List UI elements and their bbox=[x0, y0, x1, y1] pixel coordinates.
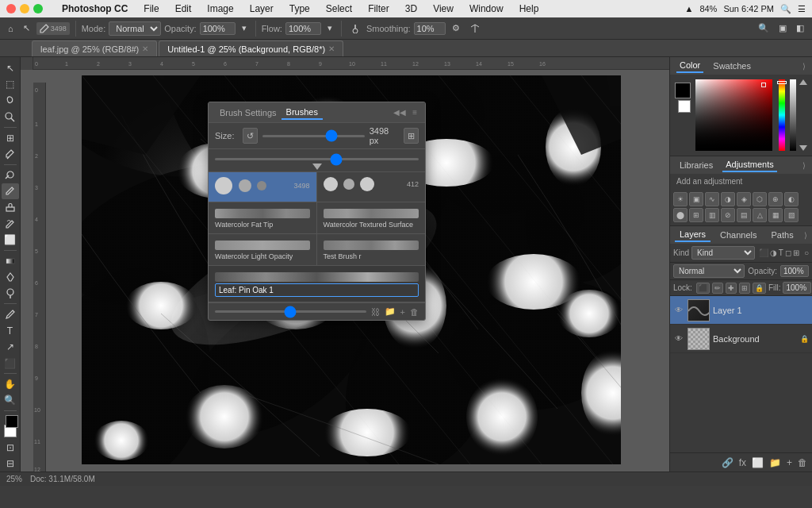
tab-untitled-1[interactable]: Untitled-1 @ 25% (Background, RGB/8*) ✕ bbox=[159, 40, 343, 56]
app-name-menu[interactable]: Photoshop CC bbox=[59, 2, 131, 15]
add-link-button[interactable]: 🔗 bbox=[720, 456, 735, 470]
brush-preset-watercolor-textured[interactable]: Watercolor Textured Surface bbox=[317, 202, 426, 234]
move-tool[interactable]: ↖ bbox=[2, 60, 19, 75]
search-icon[interactable]: 🔍 bbox=[780, 4, 791, 14]
eyedropper-tool[interactable] bbox=[2, 146, 19, 161]
hue-slider[interactable] bbox=[779, 79, 785, 151]
color-panel-collapse[interactable]: ⟩ bbox=[802, 62, 806, 71]
exposure-adj-icon[interactable]: ◑ bbox=[721, 192, 735, 206]
new-group-button[interactable]: 📁 bbox=[768, 456, 783, 470]
filter-smart-icon[interactable]: ⊞ bbox=[793, 248, 799, 257]
brush-preset-1[interactable]: 3498 bbox=[209, 172, 317, 202]
menu-3d[interactable]: 3D bbox=[402, 2, 420, 15]
bw-adj-icon[interactable]: ◐ bbox=[784, 192, 799, 206]
history-brush-tool[interactable] bbox=[2, 216, 19, 231]
blur-tool[interactable] bbox=[2, 269, 19, 284]
search-workspace-button[interactable]: 🔍 bbox=[755, 21, 772, 35]
screen-mode-button[interactable]: ⊟ bbox=[2, 456, 19, 471]
airbrush-button[interactable] bbox=[347, 22, 363, 35]
pen-tool[interactable] bbox=[2, 306, 19, 321]
brush-tool-button[interactable]: 3498 bbox=[36, 22, 70, 35]
opacity-input[interactable] bbox=[200, 22, 236, 35]
brush-size-reset-button[interactable]: ↺ bbox=[243, 128, 258, 144]
adj-panel-collapse[interactable]: ⟩ bbox=[802, 161, 806, 170]
color-tab[interactable]: Color bbox=[676, 59, 703, 73]
gradient-adj-icon[interactable]: ▦ bbox=[768, 208, 783, 222]
menu-view[interactable]: View bbox=[430, 2, 457, 15]
layer-effects-button[interactable]: fx bbox=[737, 456, 748, 470]
spot-heal-tool[interactable] bbox=[2, 167, 19, 183]
chain-icon[interactable]: ⛓ bbox=[371, 307, 380, 317]
lock-artboard-button[interactable]: ⊞ bbox=[739, 283, 750, 294]
posterize-adj-icon[interactable]: ▤ bbox=[737, 208, 751, 222]
background-color-picker[interactable] bbox=[678, 100, 691, 113]
canvas-inner[interactable]: 0 1 2 3 4 5 6 7 8 9 10 11 12 bbox=[33, 70, 669, 471]
brightness-adj-icon[interactable]: ☀ bbox=[673, 192, 688, 206]
color-gradient-picker[interactable] bbox=[695, 79, 772, 151]
menu-window[interactable]: Window bbox=[466, 2, 507, 15]
gradient-tool[interactable] bbox=[2, 253, 19, 268]
minimize-button[interactable] bbox=[20, 4, 29, 13]
tab-untitled-close[interactable]: ✕ bbox=[328, 44, 335, 53]
add-brush-icon[interactable]: + bbox=[400, 307, 405, 317]
canvas-area[interactable]: 0 1 2 3 4 5 6 7 8 9 10 11 12 13 14 15 16 bbox=[21, 57, 669, 471]
filter-shape-icon[interactable]: ◻ bbox=[785, 248, 791, 257]
brush-settings-tab[interactable]: Brush Settings bbox=[215, 106, 282, 119]
opacity-options-button[interactable]: ▾ bbox=[239, 21, 250, 35]
colormatch-adj-icon[interactable]: ▥ bbox=[705, 208, 719, 222]
invert-adj-icon[interactable]: ⊘ bbox=[721, 208, 735, 222]
eraser-tool[interactable]: ⬜ bbox=[2, 233, 19, 248]
add-mask-button[interactable]: ⬜ bbox=[750, 456, 765, 470]
brush-preset-leaf[interactable] bbox=[209, 266, 425, 302]
alpha-slider[interactable] bbox=[790, 79, 796, 151]
layer-kind-dropdown[interactable]: Kind bbox=[691, 246, 755, 260]
lasso-tool[interactable] bbox=[2, 93, 19, 108]
brush-size-slider[interactable] bbox=[262, 135, 365, 137]
folder-icon[interactable]: 📁 bbox=[385, 306, 396, 317]
layer-item-layer1[interactable]: 👁 Layer 1 bbox=[670, 296, 812, 325]
move-tool-button[interactable]: ↖ bbox=[20, 21, 33, 35]
menu-type[interactable]: Type bbox=[286, 2, 313, 15]
threshold-adj-icon[interactable]: △ bbox=[753, 208, 767, 222]
tab-leaf-close[interactable]: ✕ bbox=[142, 44, 148, 53]
brush-panel-menu-icon[interactable]: ≡ bbox=[411, 107, 419, 117]
layer-visibility-toggle[interactable]: ○ bbox=[804, 248, 809, 257]
lock-transparent-button[interactable]: ⬛ bbox=[696, 283, 710, 294]
tab-leaf-jpg[interactable]: leaf.jpg @ 25% (RGB/8#) ✕ bbox=[32, 40, 157, 56]
photofilter-adj-icon[interactable]: ⬤ bbox=[673, 208, 688, 222]
home-button[interactable]: ⌂ bbox=[5, 22, 17, 35]
lock-image-button[interactable]: ✏ bbox=[712, 283, 723, 294]
brush-preview-button[interactable]: ⊞ bbox=[404, 128, 419, 144]
flow-options-button[interactable]: ▾ bbox=[324, 21, 335, 35]
crop-tool[interactable]: ⊞ bbox=[2, 130, 19, 145]
menu-file[interactable]: File bbox=[140, 2, 162, 15]
new-layer-button[interactable]: + bbox=[785, 456, 794, 470]
quick-mask-button[interactable]: ⊡ bbox=[2, 440, 19, 455]
mode-dropdown[interactable]: Normal bbox=[109, 21, 161, 36]
channelmixer-adj-icon[interactable]: ⊞ bbox=[689, 208, 703, 222]
menu-layer[interactable]: Layer bbox=[247, 2, 277, 15]
layer-mode-dropdown[interactable]: Normal bbox=[673, 264, 745, 278]
quick-select-tool[interactable] bbox=[2, 109, 19, 124]
flow-input[interactable] bbox=[285, 22, 321, 35]
delete-layer-button[interactable]: 🗑 bbox=[796, 456, 809, 470]
window-controls[interactable] bbox=[6, 4, 43, 13]
levels-adj-icon[interactable]: ▣ bbox=[689, 192, 703, 206]
text-tool[interactable]: T bbox=[2, 323, 19, 338]
adjustments-tab[interactable]: Adjustments bbox=[722, 158, 777, 172]
layers-tab[interactable]: Layers bbox=[675, 228, 710, 242]
path-select-tool[interactable]: ↗ bbox=[2, 339, 19, 354]
dodge-tool[interactable] bbox=[2, 286, 19, 301]
channels-tab[interactable]: Channels bbox=[715, 229, 761, 241]
opacity-row-input[interactable] bbox=[780, 265, 809, 277]
delete-brush-icon[interactable]: 🗑 bbox=[410, 307, 419, 317]
huesaturation-adj-icon[interactable]: ⬡ bbox=[753, 192, 767, 206]
paths-tab[interactable]: Paths bbox=[767, 229, 799, 241]
curves-adj-icon[interactable]: ∿ bbox=[705, 192, 719, 206]
selectivecolor-adj-icon[interactable]: ▧ bbox=[784, 208, 799, 222]
smoothing-input[interactable] bbox=[414, 22, 446, 35]
brush-shape-slider[interactable] bbox=[215, 158, 419, 160]
layers-panel-collapse[interactable]: ⟩ bbox=[804, 231, 807, 240]
brush-tool[interactable] bbox=[2, 183, 19, 198]
menu-edit[interactable]: Edit bbox=[172, 2, 195, 15]
